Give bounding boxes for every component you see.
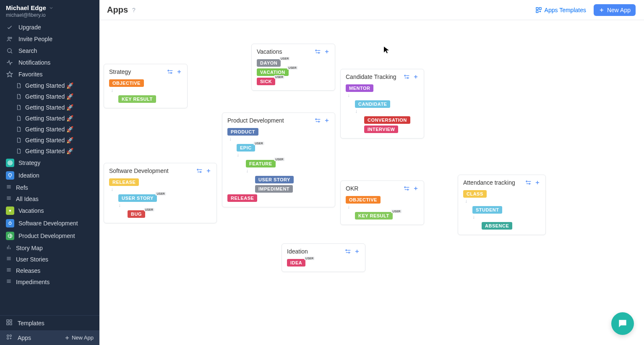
- app-card-ideation[interactable]: IdeationIDEAUSER: [282, 243, 365, 272]
- favorite-item[interactable]: Getting Started 🚀: [0, 102, 99, 113]
- type-pill[interactable]: DAYONUSER: [257, 59, 281, 67]
- type-pill[interactable]: CANDIDATE: [355, 100, 390, 108]
- sidebar-app-software-dev[interactable]: Software Development: [0, 217, 99, 230]
- settings-icon[interactable]: [167, 68, 174, 75]
- type-row: RELEASE: [109, 178, 211, 186]
- activity-icon: [6, 59, 13, 66]
- settings-icon[interactable]: [404, 185, 410, 192]
- svg-point-2: [8, 49, 11, 52]
- sidebar-view-refs[interactable]: Refs: [0, 182, 99, 193]
- nav-favorites[interactable]: Favorites: [0, 68, 99, 80]
- plus-icon[interactable]: [324, 49, 330, 55]
- help-icon[interactable]: ?: [132, 7, 136, 13]
- app-card-strategy[interactable]: StrategyOBJECTIVE↓KEY RESULT: [104, 64, 188, 108]
- type-row: STUDENT: [472, 206, 540, 214]
- type-row: KEY RESULTUSER: [355, 212, 419, 220]
- sidebar-app-strategy[interactable]: Strategy: [0, 157, 99, 169]
- type-pill[interactable]: OBJECTIVE: [109, 79, 144, 87]
- type-row: IDEAUSER: [287, 259, 360, 267]
- type-pill[interactable]: EPICUSER: [237, 144, 255, 152]
- apps-canvas[interactable]: StrategyOBJECTIVE↓KEY RESULTSoftware Dev…: [99, 20, 644, 345]
- settings-icon[interactable]: [315, 48, 321, 55]
- svg-rect-44: [539, 8, 541, 10]
- type-pill[interactable]: IMPEDIMENT: [255, 185, 293, 193]
- settings-icon[interactable]: [404, 73, 410, 80]
- type-row: SICKUSER: [257, 78, 330, 85]
- nav-notifications[interactable]: Notifications: [0, 57, 99, 68]
- plus-icon[interactable]: [354, 248, 360, 254]
- type-pill[interactable]: CLASS: [463, 190, 487, 198]
- app-card-okr[interactable]: OKROBJECTIVE↓KEY RESULTUSER: [340, 180, 424, 225]
- favorite-item[interactable]: Getting Started 🚀: [0, 91, 99, 102]
- type-pill[interactable]: SICKUSER: [257, 78, 275, 85]
- favorite-item[interactable]: Getting Started 🚀: [0, 124, 99, 135]
- settings-icon[interactable]: [525, 179, 532, 186]
- svg-point-16: [9, 210, 11, 212]
- type-pill[interactable]: BUGUSER: [128, 210, 145, 218]
- app-card-candidate[interactable]: Candidate TrackingMENTOR↓CANDIDATE↓CONVE…: [340, 69, 424, 139]
- plus-icon[interactable]: [413, 186, 419, 191]
- type-pill[interactable]: OBJECTIVE: [346, 196, 381, 204]
- favorite-item[interactable]: Getting Started 🚀: [0, 113, 99, 124]
- sun-icon: [6, 206, 14, 215]
- sidebar-view-story-map[interactable]: Story Map: [0, 242, 99, 254]
- type-pill[interactable]: RELEASE: [227, 194, 257, 202]
- type-row: ABSENCE: [482, 222, 540, 230]
- sidebar-app-ideation[interactable]: Ideation: [0, 169, 99, 182]
- settings-icon[interactable]: [196, 167, 203, 174]
- type-pill[interactable]: USER STORY: [255, 176, 294, 183]
- type-pill[interactable]: IDEAUSER: [287, 259, 305, 267]
- plus-icon[interactable]: [324, 118, 330, 123]
- type-pill[interactable]: RELEASE: [109, 178, 139, 186]
- sidebar-view-all-ideas[interactable]: All Ideas: [0, 193, 99, 204]
- sidebar-app-product-dev[interactable]: Product Development: [0, 230, 99, 242]
- nav-search[interactable]: Search: [0, 45, 99, 57]
- new-app-link[interactable]: New App: [64, 335, 94, 341]
- settings-icon[interactable]: [345, 248, 352, 255]
- nav-templates[interactable]: Templates: [0, 316, 99, 330]
- nav-invite[interactable]: Invite People: [0, 33, 99, 45]
- nav-upgrade[interactable]: Upgrade: [0, 21, 99, 33]
- intercom-launcher[interactable]: [611, 312, 634, 335]
- sidebar-app-vacations[interactable]: Vacations: [0, 204, 99, 217]
- sidebar-view-impediments[interactable]: Impediments: [0, 276, 99, 288]
- favorite-item[interactable]: Getting Started 🚀: [0, 146, 99, 157]
- app-card-attendance[interactable]: Attendance trackingCLASS↓STUDENT↓ABSENCE: [458, 175, 546, 235]
- type-pill[interactable]: MENTOR: [346, 84, 373, 92]
- type-pill[interactable]: VACATIONUSER: [257, 68, 289, 76]
- sidebar-view-releases[interactable]: Releases: [0, 265, 99, 276]
- type-pill[interactable]: CONVERSATION: [364, 116, 410, 124]
- type-pill[interactable]: ABSENCE: [482, 222, 512, 230]
- plus-icon[interactable]: [534, 180, 540, 186]
- new-app-button[interactable]: New App: [594, 4, 636, 16]
- plus-icon[interactable]: [176, 69, 182, 75]
- settings-icon[interactable]: [315, 117, 321, 124]
- type-pill[interactable]: INTERVIEW: [364, 125, 398, 133]
- type-pill[interactable]: STUDENT: [472, 206, 502, 214]
- list-icon: [6, 267, 12, 274]
- svg-point-36: [7, 335, 9, 337]
- user-badge: USER: [253, 141, 264, 145]
- card-title: Attendance tracking: [463, 179, 515, 186]
- workspace-switcher[interactable]: Michael Edge michael@fibery.io: [0, 0, 99, 21]
- type-pill[interactable]: KEY RESULT: [118, 95, 156, 103]
- plus-icon[interactable]: [413, 74, 419, 80]
- apps-icon: [6, 334, 13, 342]
- svg-point-78: [404, 75, 406, 76]
- app-card-software_dev[interactable]: Software DevelopmentRELEASE↓USER STORYUS…: [104, 163, 217, 223]
- plus-icon[interactable]: [206, 168, 211, 174]
- favorite-item[interactable]: Getting Started 🚀: [0, 80, 99, 91]
- type-pill[interactable]: KEY RESULTUSER: [355, 212, 393, 220]
- type-pill[interactable]: PRODUCT: [227, 128, 258, 136]
- type-pill[interactable]: USER STORYUSER: [118, 194, 157, 202]
- app-card-product_dev[interactable]: Product DevelopmentPRODUCT↓EPICUSER↓FEAT…: [222, 112, 335, 207]
- app-card-vacations[interactable]: VacationsDAYONUSERVACATIONUSERSICKUSER: [251, 44, 335, 91]
- document-icon: [16, 94, 22, 99]
- svg-point-50: [168, 70, 169, 71]
- type-pill[interactable]: FEATUREUSER: [246, 160, 276, 167]
- apps-templates-button[interactable]: Apps Templates: [532, 4, 589, 16]
- nav-apps[interactable]: Apps New App: [0, 330, 99, 345]
- document-icon: [16, 137, 22, 143]
- sidebar-view-user-stories[interactable]: User Stories: [0, 254, 99, 265]
- favorite-item[interactable]: Getting Started 🚀: [0, 135, 99, 146]
